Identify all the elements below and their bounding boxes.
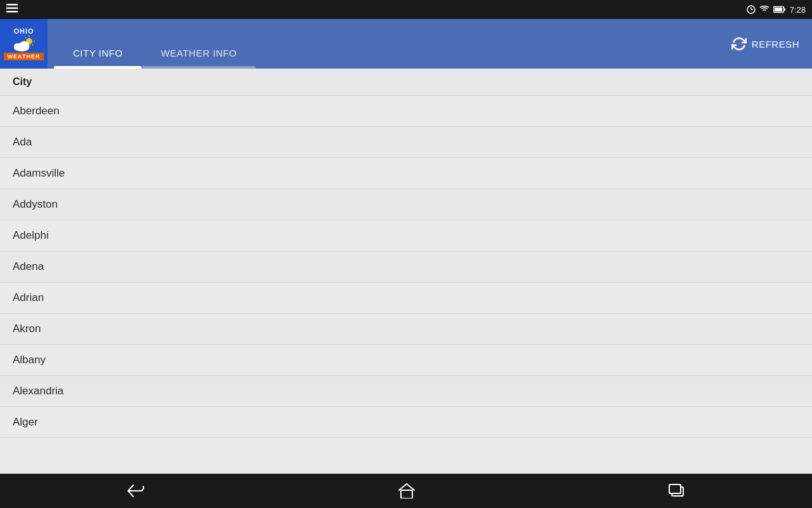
svg-line-15 bbox=[32, 44, 34, 46]
svg-rect-2 bbox=[6, 11, 18, 13]
city-table: City AberdeenAdaAdamsvilleAddystonAdelph… bbox=[0, 69, 812, 438]
recents-button[interactable] bbox=[650, 480, 704, 502]
city-list-item[interactable]: Addyston bbox=[0, 189, 812, 220]
tab-weather-info[interactable]: WEATHER INFO bbox=[141, 48, 256, 69]
city-list-content: City AberdeenAdaAdamsvilleAddystonAdelph… bbox=[0, 69, 812, 474]
weather-cloud-icon bbox=[11, 35, 37, 53]
bottom-navigation bbox=[0, 474, 812, 508]
back-button[interactable] bbox=[108, 480, 164, 502]
city-list-item[interactable]: Alger bbox=[0, 407, 812, 438]
svg-rect-7 bbox=[783, 8, 785, 11]
header: OHIO WEATHER CITY INFO WEATHER INFO bbox=[0, 19, 812, 69]
svg-line-14 bbox=[25, 37, 26, 39]
home-button[interactable] bbox=[379, 479, 434, 502]
header-tabs: CITY INFO WEATHER INFO bbox=[48, 19, 731, 69]
city-list-item[interactable]: Albany bbox=[0, 345, 812, 376]
refresh-button[interactable]: REFRESH bbox=[731, 36, 812, 51]
recents-icon bbox=[669, 484, 685, 498]
menu-icon bbox=[6, 4, 18, 15]
clock-icon bbox=[747, 5, 756, 14]
svg-rect-21 bbox=[669, 485, 681, 493]
refresh-icon bbox=[731, 36, 747, 51]
wifi-icon bbox=[759, 6, 769, 13]
app-logo: OHIO WEATHER bbox=[0, 19, 48, 69]
city-list-item[interactable]: Alexandria bbox=[0, 376, 812, 407]
svg-rect-19 bbox=[401, 490, 412, 498]
city-list-item[interactable]: Aberdeen bbox=[0, 96, 812, 127]
home-icon bbox=[398, 483, 415, 498]
status-bar: 7:28 bbox=[0, 0, 812, 19]
tab-city-info[interactable]: CITY INFO bbox=[54, 48, 141, 69]
city-list-item[interactable]: Ada bbox=[0, 127, 812, 158]
logo-ohio-text: OHIO bbox=[13, 27, 34, 35]
city-list-item[interactable]: Akron bbox=[0, 314, 812, 345]
city-list-item[interactable]: Adamsville bbox=[0, 158, 812, 189]
city-list-item[interactable]: Adelphi bbox=[0, 220, 812, 251]
battery-icon bbox=[773, 6, 786, 13]
city-column-header: City bbox=[0, 69, 812, 96]
logo-weather-text: WEATHER bbox=[4, 53, 44, 60]
svg-rect-8 bbox=[775, 8, 782, 11]
svg-point-18 bbox=[14, 43, 22, 50]
svg-rect-1 bbox=[6, 8, 18, 10]
svg-rect-0 bbox=[6, 4, 18, 6]
time-display: 7:28 bbox=[790, 5, 806, 15]
back-icon bbox=[127, 484, 145, 498]
refresh-label: REFRESH bbox=[752, 39, 799, 50]
city-list-item[interactable]: Adena bbox=[0, 251, 812, 283]
city-list-item[interactable]: Adrian bbox=[0, 283, 812, 314]
